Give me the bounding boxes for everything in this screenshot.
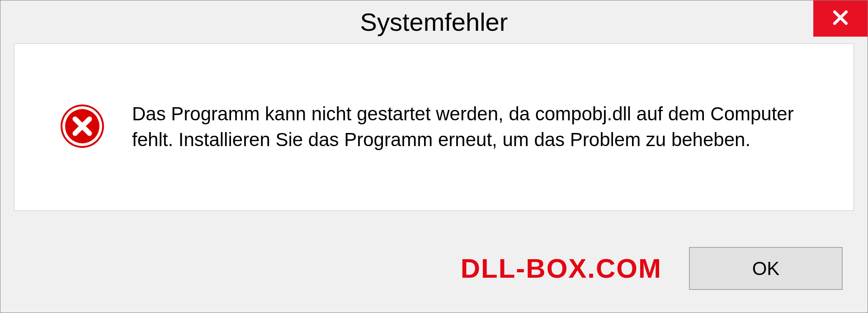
error-dialog: Systemfehler Das Programm kann nicht ges… (0, 0, 868, 313)
dialog-footer: DLL-BOX.COM OK (0, 224, 868, 313)
watermark-text: DLL-BOX.COM (461, 253, 662, 284)
close-icon (830, 8, 850, 29)
error-message: Das Programm kann nicht gestartet werden… (132, 101, 826, 152)
content-panel: Das Programm kann nicht gestartet werden… (14, 43, 854, 211)
close-button[interactable] (813, 0, 868, 37)
dialog-title: Systemfehler (360, 7, 508, 37)
ok-button[interactable]: OK (689, 247, 843, 290)
titlebar: Systemfehler (0, 0, 868, 43)
error-icon (60, 104, 105, 151)
